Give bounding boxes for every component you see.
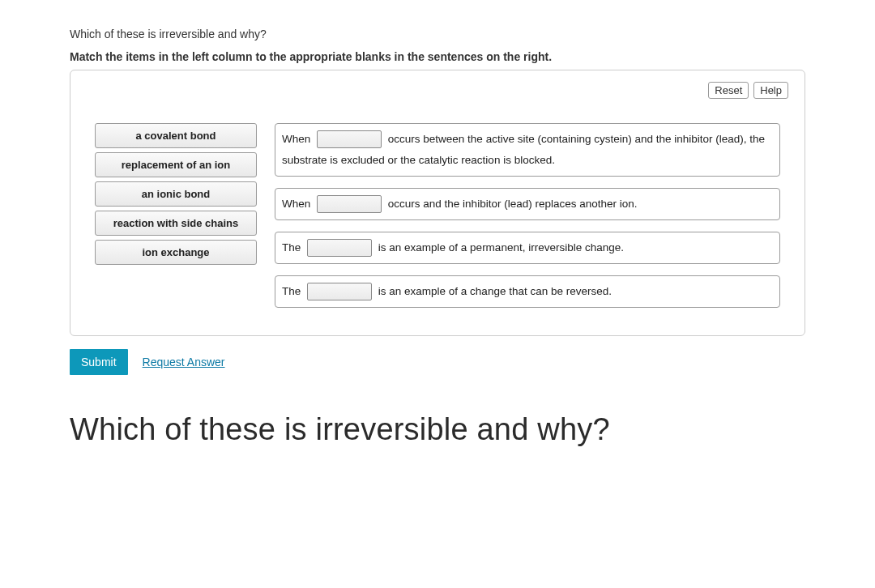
sentence-4: The is an example of a change that can b… — [275, 275, 780, 308]
sentence-text: The — [282, 241, 301, 254]
page-title: Which of these is irreversible and why? — [70, 412, 805, 447]
sentence-3: The is an example of a permanent, irreve… — [275, 232, 780, 264]
drop-slot[interactable] — [317, 130, 382, 148]
work-panel: Reset Help a covalent bond replacement o… — [70, 70, 805, 336]
match-area: a covalent bond replacement of an ion an… — [87, 123, 788, 308]
sentence-column: When occurs between the active site (con… — [275, 123, 780, 308]
help-button[interactable]: Help — [753, 82, 788, 99]
sentence-2: When occurs and the inhibitor (lead) rep… — [275, 188, 780, 220]
sentence-text: is an example of a permanent, irreversib… — [378, 241, 624, 254]
drag-item[interactable]: an ionic bond — [95, 181, 257, 207]
drag-item[interactable]: a covalent bond — [95, 123, 257, 148]
drop-slot[interactable] — [307, 283, 372, 300]
panel-toolbar: Reset Help — [87, 82, 788, 99]
submit-button[interactable]: Submit — [70, 349, 128, 375]
sentence-text: When — [282, 198, 310, 210]
question-text: Which of these is irreversible and why? — [70, 28, 805, 40]
drop-slot[interactable] — [307, 239, 372, 257]
sentence-1: When occurs between the active site (con… — [275, 123, 780, 177]
sentence-text: occurs and the inhibitor (lead) replaces… — [388, 198, 638, 210]
instructions-text: Match the items in the left column to th… — [70, 50, 805, 63]
sentence-text: The — [282, 285, 301, 297]
drop-slot[interactable] — [317, 195, 382, 213]
request-answer-link[interactable]: Request Answer — [143, 356, 225, 369]
sentence-text: is an example of a change that can be re… — [378, 285, 612, 297]
drag-item-column: a covalent bond replacement of an ion an… — [95, 123, 257, 265]
drag-item[interactable]: reaction with side chains — [95, 211, 257, 236]
reset-button[interactable]: Reset — [708, 82, 749, 99]
drag-item[interactable]: replacement of an ion — [95, 152, 257, 177]
drag-item[interactable]: ion exchange — [95, 240, 257, 265]
action-row: Submit Request Answer — [70, 349, 805, 375]
sentence-text: When — [282, 133, 310, 145]
